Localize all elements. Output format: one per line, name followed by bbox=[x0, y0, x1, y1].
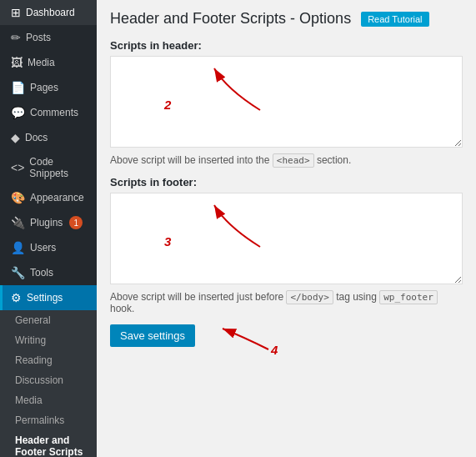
submenu-general[interactable]: General bbox=[0, 310, 97, 330]
footer-scripts-label: Scripts in footer: bbox=[110, 176, 463, 188]
sidebar-item-plugins[interactable]: 🔌 Plugins 1 bbox=[0, 210, 97, 235]
docs-icon: ◆ bbox=[11, 131, 20, 144]
read-tutorial-button[interactable]: Read Tutorial bbox=[361, 12, 428, 27]
sidebar-item-code-snippets[interactable]: <> Code Snippets bbox=[0, 150, 97, 185]
sidebar-label-code-snippets: Code Snippets bbox=[29, 156, 90, 179]
sidebar: ⊞ Dashboard ✏ Posts 🖼 Media 📄 Pages 💬 Co… bbox=[0, 0, 97, 457]
submenu-media[interactable]: Media bbox=[0, 390, 97, 410]
header-scripts-section: Scripts in header: 2 Above script will b… bbox=[110, 39, 463, 166]
sidebar-item-dashboard[interactable]: ⊞ Dashboard bbox=[0, 0, 97, 25]
header-hint-main: Above script will be inserted into the bbox=[110, 154, 269, 166]
footer-scripts-section: Scripts in footer: 3 Above script will b… bbox=[110, 176, 463, 314]
footer-hint-code2: wp_footer bbox=[379, 290, 438, 304]
header-hint-suffix: section. bbox=[317, 154, 351, 166]
submenu-permalinks[interactable]: Permalinks bbox=[0, 410, 97, 430]
settings-submenu: General Writing Reading Discussion Media… bbox=[0, 310, 97, 457]
header-hint-text: Above script will be inserted into the <… bbox=[110, 154, 463, 166]
sidebar-label-docs: Docs bbox=[25, 132, 48, 143]
sidebar-item-settings[interactable]: ⚙ Settings bbox=[0, 285, 97, 310]
sidebar-label-media: Media bbox=[28, 57, 55, 68]
svg-text:4: 4 bbox=[270, 343, 278, 357]
header-scripts-label: Scripts in header: bbox=[110, 39, 463, 52]
sidebar-label-settings: Settings bbox=[27, 292, 63, 304]
header-textarea-wrapper: 2 bbox=[110, 56, 463, 150]
page-header: Header and Footer Scripts - Options Read… bbox=[110, 10, 463, 28]
sidebar-item-posts[interactable]: ✏ Posts bbox=[0, 25, 97, 50]
sidebar-label-plugins: Plugins bbox=[30, 217, 63, 228]
sidebar-item-media[interactable]: 🖼 Media bbox=[0, 50, 97, 75]
tools-icon: 🔧 bbox=[11, 266, 25, 279]
sidebar-label-appearance: Appearance bbox=[30, 192, 84, 203]
dashboard-icon: ⊞ bbox=[11, 6, 21, 19]
save-section: Save settings 4 bbox=[110, 324, 195, 347]
sidebar-label-pages: Pages bbox=[30, 82, 58, 93]
sidebar-label-posts: Posts bbox=[26, 32, 51, 43]
code-snippets-icon: <> bbox=[11, 161, 24, 174]
settings-icon: ⚙ bbox=[11, 291, 22, 304]
submenu-discussion[interactable]: Discussion bbox=[0, 370, 97, 390]
sidebar-item-docs[interactable]: ◆ Docs bbox=[0, 125, 97, 150]
footer-hint-suffix: hook. bbox=[110, 303, 134, 314]
footer-hint-code: </body> bbox=[286, 290, 333, 304]
sidebar-label-dashboard: Dashboard bbox=[26, 7, 75, 18]
page-title: Header and Footer Scripts - Options bbox=[110, 10, 351, 28]
users-icon: 👤 bbox=[11, 241, 25, 254]
footer-hint-text: Above script will be inserted just befor… bbox=[110, 291, 463, 314]
main-content: Header and Footer Scripts - Options Read… bbox=[97, 0, 476, 457]
appearance-icon: 🎨 bbox=[11, 191, 25, 204]
pages-icon: 📄 bbox=[11, 81, 25, 94]
sidebar-item-pages[interactable]: 📄 Pages bbox=[0, 75, 97, 100]
footer-hint-main: Above script will be inserted just befor… bbox=[110, 291, 283, 303]
plugins-badge: 1 bbox=[69, 216, 83, 229]
footer-hint-middle: tag using bbox=[336, 291, 377, 303]
sidebar-item-tools[interactable]: 🔧 Tools bbox=[0, 260, 97, 285]
sidebar-item-appearance[interactable]: 🎨 Appearance bbox=[0, 185, 97, 210]
sidebar-item-users[interactable]: 👤 Users bbox=[0, 235, 97, 260]
submenu-reading[interactable]: Reading bbox=[0, 350, 97, 370]
comments-icon: 💬 bbox=[11, 106, 25, 119]
footer-textarea-wrapper: 3 bbox=[110, 193, 463, 287]
submenu-writing[interactable]: Writing bbox=[0, 330, 97, 350]
sidebar-item-comments[interactable]: 💬 Comments bbox=[0, 100, 97, 125]
posts-icon: ✏ bbox=[11, 31, 21, 44]
media-icon: 🖼 bbox=[11, 56, 23, 69]
sidebar-label-users: Users bbox=[30, 242, 56, 254]
submenu-header-footer-scripts[interactable]: Header and Footer Scripts bbox=[0, 430, 97, 457]
sidebar-label-tools: Tools bbox=[30, 267, 53, 279]
arrow-4-svg: 4 bbox=[218, 316, 285, 358]
header-hint-code: <head> bbox=[273, 153, 314, 168]
save-settings-button[interactable]: Save settings bbox=[110, 324, 195, 347]
footer-scripts-textarea[interactable] bbox=[110, 193, 463, 284]
header-scripts-textarea[interactable] bbox=[110, 56, 463, 148]
sidebar-label-comments: Comments bbox=[30, 107, 78, 118]
plugins-icon: 🔌 bbox=[11, 216, 25, 229]
